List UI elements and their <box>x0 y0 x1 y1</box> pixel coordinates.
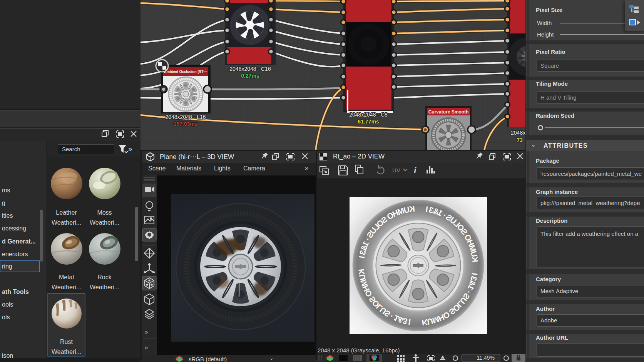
svg-text:UV: UV <box>392 167 400 173</box>
svg-text:Ambient Occlusion (RT—: Ambient Occlusion (RT— <box>164 69 207 74</box>
svg-text:2048x2: 2048x2 <box>511 130 525 136</box>
svg-text:2048x2048 - L16: 2048x2048 - L16 <box>165 114 206 120</box>
svg-text:167.03ms: 167.03ms <box>173 121 197 127</box>
svg-text:i: i <box>414 165 417 175</box>
svg-text:11.49%: 11.49% <box>477 355 495 361</box>
svg-text:Curvature Smooth: Curvature Smooth <box>428 109 469 115</box>
svg-text:»: » <box>145 344 148 350</box>
svg-text:»: » <box>145 329 148 335</box>
svg-text:2048x2048 - C8: 2048x2048 - C8 <box>349 112 388 118</box>
svg-text:73: 73 <box>517 137 523 143</box>
svg-text:2048x2048 - C16: 2048x2048 - C16 <box>229 66 271 72</box>
svg-text:61.77ms: 61.77ms <box>358 118 379 125</box>
svg-text:0.27ms: 0.27ms <box>241 73 259 79</box>
